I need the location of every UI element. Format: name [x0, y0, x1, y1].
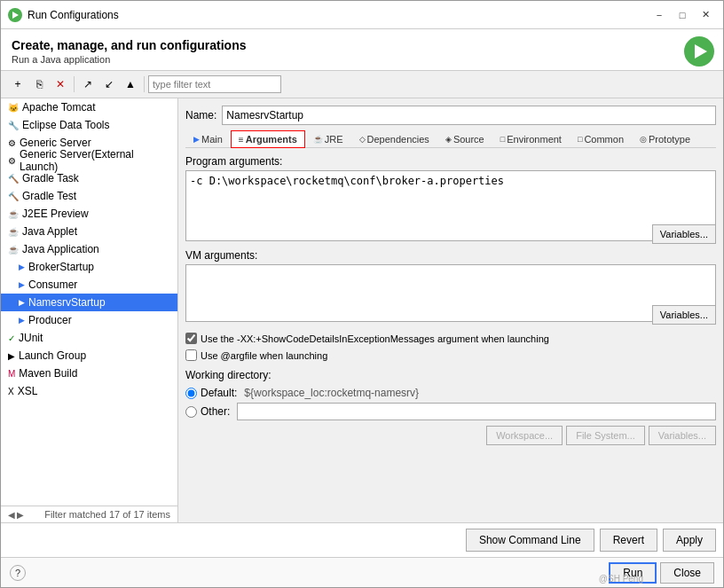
new-config-button[interactable]: +	[8, 74, 28, 94]
name-input[interactable]	[222, 106, 716, 125]
tab-main[interactable]: ▶ Main	[185, 130, 231, 148]
generic-server-icon: ⚙	[8, 138, 16, 148]
tab-label: Common	[584, 134, 624, 145]
left-panel: 🐱 Apache Tomcat 🔧 Eclipse Data Tools ⚙ G…	[1, 98, 178, 522]
tree-item-eclipse-data[interactable]: 🔧 Eclipse Data Tools	[1, 116, 177, 134]
close-dialog-button[interactable]: Close	[660, 562, 714, 584]
scroll-left-icon[interactable]: ◀	[8, 510, 15, 520]
show-command-line-button[interactable]: Show Command Line	[466, 529, 594, 552]
broker-startup-icon: ▶	[19, 263, 25, 271]
show-code-checkbox[interactable]	[185, 333, 197, 344]
tree-item-label: XSL	[18, 385, 38, 397]
argfile-checkbox[interactable]	[185, 349, 197, 361]
tree-item-namesrv-startup[interactable]: ▶ NamesrvStartup	[1, 294, 177, 311]
consumer-icon: ▶	[19, 280, 25, 289]
program-args-input[interactable]: -c D:\workspace\rocketmq\conf\broker-a.p…	[185, 170, 716, 241]
workspace-button[interactable]: Workspace...	[486, 426, 563, 445]
tree-item-maven-build[interactable]: M Maven Build	[1, 365, 177, 382]
tree-area: 🐱 Apache Tomcat 🔧 Eclipse Data Tools ⚙ G…	[1, 98, 177, 506]
radio-other-row: Other:	[185, 403, 716, 420]
export-button[interactable]: ↗	[78, 74, 98, 94]
tabs-row: ▶ Main ≡ Arguments ☕ JRE ◇ Dependencies …	[185, 130, 716, 148]
filter-count: Filter matched 17 of 17 items	[44, 509, 170, 520]
program-args-wrap: -c D:\workspace\rocketmq\conf\broker-a.p…	[185, 170, 716, 244]
tab-label: JRE	[325, 134, 343, 145]
launch-group-icon: ▶	[8, 351, 15, 361]
tab-prototype[interactable]: ◎ Prototype	[632, 130, 698, 148]
jre-tab-icon: ☕	[313, 135, 323, 144]
tab-source[interactable]: ◈ Source	[437, 130, 492, 148]
tab-arguments[interactable]: ≡ Arguments	[231, 130, 305, 148]
radio-default-label: Default:	[201, 387, 237, 399]
tree-item-label: Launch Group	[19, 349, 86, 362]
tree-item-xsl[interactable]: X XSL	[1, 382, 177, 400]
vm-args-input[interactable]	[185, 264, 716, 322]
tree-item-generic-server-ext[interactable]: ⚙ Generic Server(External Launch)	[1, 152, 177, 169]
maven-icon: M	[8, 369, 15, 379]
junit-icon: ✓	[8, 333, 15, 343]
radio-other-label: Other:	[201, 405, 230, 418]
radio-default[interactable]	[185, 388, 197, 399]
tree-item-label: Maven Build	[19, 367, 77, 380]
tab-dependencies[interactable]: ◇ Dependencies	[351, 130, 437, 148]
tree-item-apache-tomcat[interactable]: 🐱 Apache Tomcat	[1, 98, 177, 116]
tree-item-label: Producer	[28, 314, 72, 326]
title-bar: Run Configurations − □ ✕	[1, 1, 723, 29]
arguments-form: Program arguments: -c D:\workspace\rocke…	[185, 155, 716, 515]
tree-item-label: Gradle Test	[22, 190, 76, 202]
gradle-test-icon: 🔨	[8, 192, 19, 201]
header-title: Create, manage, and run configurations	[12, 38, 679, 52]
import-button[interactable]: ↙	[99, 74, 119, 94]
main-split: 🐱 Apache Tomcat 🔧 Eclipse Data Tools ⚙ G…	[1, 98, 723, 522]
program-args-variables-button[interactable]: Variables...	[652, 224, 716, 244]
footer-left: ?	[10, 565, 26, 581]
common-tab-icon: □	[578, 135, 582, 144]
filter-input[interactable]	[148, 75, 281, 93]
window-controls: − □ ✕	[649, 6, 716, 24]
apply-button[interactable]: Apply	[663, 529, 716, 552]
tree-item-j2ee[interactable]: ☕ J2EE Preview	[1, 205, 177, 223]
maximize-button[interactable]: □	[672, 6, 693, 24]
run-circle-button[interactable]	[684, 36, 714, 67]
radio-default-row: Default: ${workspace_loc:rocketmq-namesr…	[185, 387, 716, 399]
tree-item-broker-startup[interactable]: ▶ BrokerStartup	[1, 258, 177, 276]
producer-icon: ▶	[19, 316, 25, 325]
tab-label: Source	[453, 134, 484, 145]
help-button[interactable]: ?	[10, 565, 26, 581]
tab-label: Prototype	[649, 134, 690, 145]
tab-jre[interactable]: ☕ JRE	[305, 130, 351, 148]
vm-args-variables-button[interactable]: Variables...	[652, 305, 716, 325]
minimize-button[interactable]: −	[649, 6, 670, 24]
program-args-label: Program arguments:	[185, 155, 716, 168]
tree-item-producer[interactable]: ▶ Producer	[1, 311, 177, 329]
collapse-all-button[interactable]: ▲	[121, 74, 140, 94]
duplicate-button[interactable]: ⎘	[29, 74, 49, 94]
tree-item-junit[interactable]: ✓ JUnit	[1, 329, 177, 347]
bottom-buttons: Show Command Line Revert Apply	[1, 522, 723, 557]
revert-button[interactable]: Revert	[600, 529, 657, 552]
toolbar: + ⎘ ✕ ↗ ↙ ▲	[1, 71, 723, 98]
filesystem-button[interactable]: File System...	[566, 426, 645, 445]
tab-environment[interactable]: □ Environment	[492, 130, 570, 148]
tab-label: Environment	[507, 134, 562, 145]
tree-item-launch-group[interactable]: ▶ Launch Group	[1, 347, 177, 365]
close-button[interactable]: ✕	[695, 6, 716, 24]
tree-item-consumer[interactable]: ▶ Consumer	[1, 276, 177, 294]
tab-common[interactable]: □ Common	[570, 130, 632, 148]
radio-other[interactable]	[185, 406, 197, 418]
show-code-label: Use the -XX:+ShowCodeDetailsInExceptionM…	[201, 333, 549, 344]
name-label: Name:	[185, 109, 216, 122]
delete-button[interactable]: ✕	[51, 74, 70, 94]
tree-item-gradle-test[interactable]: 🔨 Gradle Test	[1, 187, 177, 205]
tree-item-label: BrokerStartup	[28, 261, 94, 273]
eclipse-data-icon: 🔧	[8, 121, 19, 130]
workdir-variables-button[interactable]: Variables...	[649, 426, 716, 445]
tree-item-label: NamesrvStartup	[28, 296, 106, 309]
workdir-other-input[interactable]	[237, 403, 716, 420]
tree-item-java-app[interactable]: ☕ Java Application	[1, 240, 177, 258]
arguments-tab-icon: ≡	[239, 135, 244, 145]
scroll-right-icon[interactable]: ▶	[17, 510, 24, 520]
tree-item-java-applet[interactable]: ☕ Java Applet	[1, 223, 177, 240]
gradle-task-icon: 🔨	[8, 174, 19, 184]
tree-item-label: Apache Tomcat	[22, 101, 96, 114]
